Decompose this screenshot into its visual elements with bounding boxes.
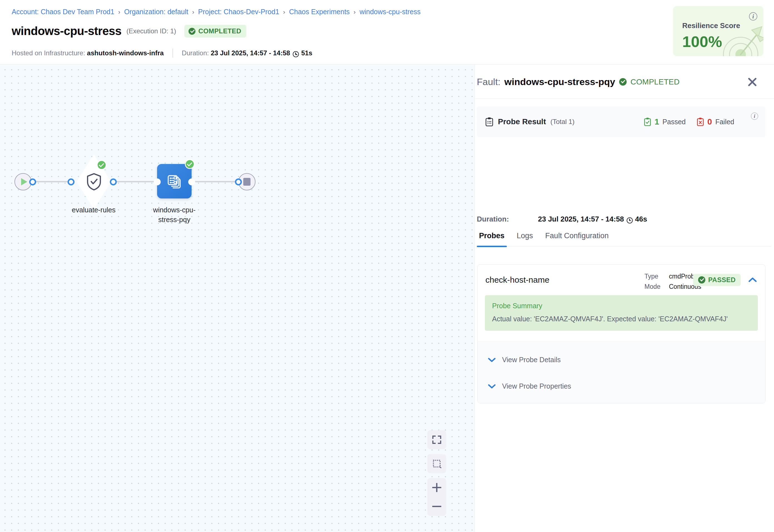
plus-icon [432, 483, 442, 493]
failed-count: 0 [707, 117, 712, 126]
probe-card-header: check-host-name Type cmdProbe Mode Conti… [478, 265, 765, 295]
failed-count-group: 0 Failed [697, 117, 734, 126]
probe-type-key: Type [644, 271, 669, 282]
evaluate-rules-input-port[interactable] [68, 178, 75, 185]
evaluate-rules-label: evaluate-rules [66, 205, 121, 215]
panel-duration-label: Duration: [477, 215, 538, 223]
passed-label: Passed [663, 118, 686, 126]
breadcrumb-item-chaos-experiments[interactable]: Chaos Experiments [289, 8, 350, 16]
breadcrumb: Account: Chaos Dev Team Prod1 › Organiza… [12, 8, 421, 16]
panel-duration-elapsed: 46s [635, 215, 647, 223]
chevron-down-icon [488, 383, 496, 389]
probe-type-row: Type cmdProbe [644, 271, 701, 282]
select-area-icon [432, 459, 441, 468]
probe-result-left: Probe Result (Total 1) [485, 117, 574, 126]
view-probe-properties-row[interactable]: View Probe Properties [478, 377, 765, 396]
status-badge: COMPLETED [184, 25, 246, 38]
breadcrumb-separator-icon: › [283, 9, 285, 16]
panel-title-name: windows-cpu-stress-pqy [504, 76, 615, 87]
shield-check-icon [86, 173, 102, 191]
evaluate-rules-output-port[interactable] [110, 178, 117, 185]
experiment-run-page: Account: Chaos Dev Team Prod1 › Organiza… [0, 0, 774, 532]
probe-meta: Type cmdProbe Mode Continuous [644, 271, 701, 292]
canvas-zoom-controls [427, 430, 446, 516]
info-icon: i [749, 12, 757, 21]
end-node-input-port[interactable] [235, 178, 242, 185]
probe-summary-box: Probe Summary Actual value: 'EC2AMAZ-QMV… [485, 295, 758, 331]
breadcrumb-item-project[interactable]: Project: Chaos-Dev-Prod1 [198, 8, 279, 16]
fault-node-input-port[interactable] [154, 178, 161, 185]
view-probe-details-row[interactable]: View Probe Details [478, 350, 765, 369]
breadcrumb-separator-icon: › [354, 9, 356, 16]
status-badge-label: COMPLETED [198, 27, 241, 35]
check-circle-icon [188, 28, 195, 35]
probe-status-label: PASSED [708, 276, 736, 284]
select-area-button[interactable] [427, 454, 446, 473]
fit-screen-icon [432, 435, 442, 445]
subtitle-row: Hosted on Infrastructure: ashutosh-windo… [12, 49, 312, 58]
panel-title-row: Fault: windows-cpu-stress-pqy COMPLETED [477, 76, 680, 87]
view-probe-details-label: View Probe Details [502, 356, 561, 364]
panel-tabs: Probes Logs Fault Configuration [477, 232, 771, 247]
infra-label: Hosted on Infrastructure: [12, 49, 85, 57]
zoom-out-button[interactable] [427, 497, 446, 516]
fault-node-label-line1: windows-cpu- [147, 205, 202, 215]
start-node-output-port[interactable] [29, 178, 36, 185]
panel-header: Fault: windows-cpu-stress-pqy COMPLETED [475, 65, 774, 99]
fit-to-screen-button[interactable] [427, 430, 446, 449]
probe-name: check-host-name [485, 275, 549, 285]
breadcrumb-item-account[interactable]: Account: Chaos Dev Team Prod1 [12, 8, 114, 16]
probe-result-title: Probe Result [498, 117, 546, 126]
page-title: windows-cpu-stress [12, 24, 121, 38]
collapse-probe-button[interactable] [748, 277, 757, 283]
check-circle-icon [698, 276, 705, 284]
clipboard-x-icon [697, 117, 704, 126]
fault-node-status-icon [185, 159, 195, 169]
breadcrumb-item-experiment[interactable]: windows-cpu-stress [359, 8, 421, 16]
title-row: windows-cpu-stress (Execution ID: 1) COM… [12, 24, 246, 38]
evaluate-rules-node[interactable] [76, 154, 111, 209]
probe-mode-key: Mode [644, 282, 669, 292]
failed-label: Failed [715, 118, 734, 126]
execution-id-label: (Execution ID: 1) [126, 27, 176, 35]
tab-fault-configuration[interactable]: Fault Configuration [539, 232, 615, 246]
info-icon: i [751, 113, 758, 120]
probe-status-badge: PASSED [693, 274, 741, 286]
close-panel-button[interactable] [747, 76, 758, 88]
panel-duration-row: Duration: 23 Jul 2025, 14:57 - 14:58 46s [477, 215, 647, 223]
breadcrumb-separator-icon: › [192, 9, 194, 16]
fault-details-panel: Fault: windows-cpu-stress-pqy COMPLETED [474, 65, 774, 532]
tab-probes[interactable]: Probes [477, 232, 511, 246]
fault-node-label: windows-cpu- stress-pqy [147, 205, 202, 224]
passed-count: 1 [654, 117, 659, 126]
zoom-in-button[interactable] [427, 478, 446, 497]
chaos-fault-icon [166, 173, 182, 189]
check-circle-icon [619, 78, 627, 86]
panel-status-label: COMPLETED [631, 78, 680, 86]
evaluate-rules-status-icon [97, 160, 106, 170]
breadcrumb-item-organization[interactable]: Organization: default [124, 8, 188, 16]
clock-icon [293, 51, 299, 57]
duration-elapsed: 51s [301, 49, 312, 57]
stop-icon [243, 178, 250, 186]
page-header: Account: Chaos Dev Team Prod1 › Organiza… [0, 0, 774, 64]
probe-result-total: (Total 1) [550, 118, 575, 126]
duration-label: Duration: [182, 49, 209, 57]
probe-result-info-button[interactable]: i [751, 113, 758, 120]
zoom-stack [427, 478, 446, 516]
fault-node-output-port[interactable] [188, 178, 195, 185]
probe-result-summary-bar: Probe Result (Total 1) 1 Passed [477, 106, 765, 137]
minus-icon [432, 501, 442, 511]
panel-title-prefix: Fault: [477, 76, 500, 87]
passed-count-group: 1 Passed [644, 117, 686, 126]
tab-logs[interactable]: Logs [511, 232, 539, 246]
resilience-info-button[interactable]: i [749, 12, 757, 21]
pipeline-canvas[interactable]: evaluate-rules windows-cpu- stress-pqy [0, 65, 474, 532]
close-icon [747, 76, 758, 88]
breadcrumb-separator-icon: › [118, 9, 120, 16]
divider [173, 49, 173, 58]
chevron-up-icon [748, 277, 757, 283]
clock-icon [627, 217, 633, 223]
fault-node[interactable] [157, 164, 192, 198]
probe-mode-row: Mode Continuous [644, 282, 701, 292]
